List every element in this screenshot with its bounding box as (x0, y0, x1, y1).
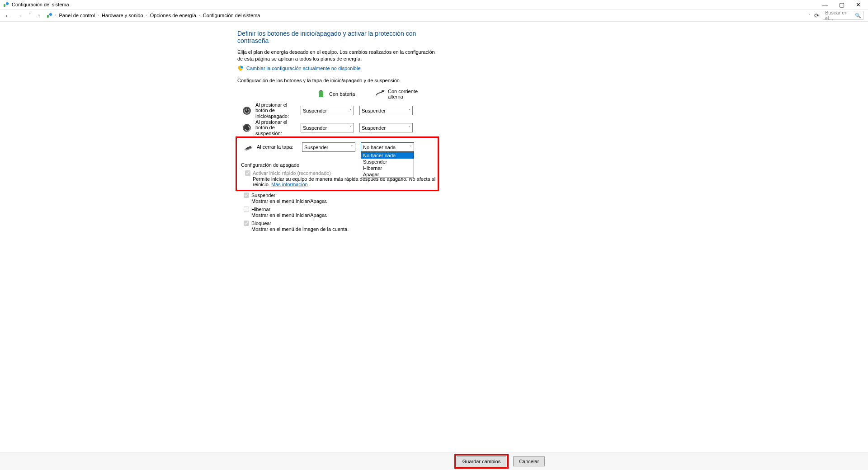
power-button-battery-select[interactable]: Suspender ˅ (301, 106, 354, 115)
svg-rect-4 (320, 90, 322, 91)
back-button[interactable]: ← (5, 12, 10, 19)
chevron-down-icon: ˅ (408, 126, 410, 130)
forward-button[interactable]: → (17, 12, 23, 19)
admin-link[interactable]: Cambiar la configuración actualmente no … (246, 66, 361, 71)
breadcrumb-icon (46, 12, 52, 19)
titlebar: Configuración del sistema — ▢ ✕ (0, 0, 868, 9)
dropdown-option-nothing[interactable]: No hacer nada (361, 152, 414, 159)
sleep-button-row: Al presionar el botón de suspensión: Sus… (237, 119, 436, 136)
lid-plugged-select[interactable]: No hacer nada ˅ No hacer nada Suspender … (361, 142, 414, 152)
fast-startup-checkbox[interactable] (245, 170, 250, 176)
search-input[interactable]: Buscar en el... 🔍 (823, 11, 863, 20)
chevron-right-icon: › (199, 13, 200, 18)
search-placeholder: Buscar en el... (825, 10, 855, 21)
lid-close-row: Al cerrar la tapa: Suspender ˅ No hacer … (239, 140, 436, 155)
svg-rect-6 (382, 90, 384, 92)
power-button-icon (242, 106, 252, 116)
search-icon: 🔍 (855, 13, 861, 19)
page-description: Elija el plan de energía deseado en el e… (237, 49, 436, 62)
breadcrumb-item-0[interactable]: Panel de control (59, 13, 95, 18)
page-heading: Definir los botones de inicio/apagado y … (237, 30, 436, 44)
dropdown-option-suspend[interactable]: Suspender (361, 159, 414, 165)
chevron-right-icon: › (55, 13, 57, 18)
content-area: Definir los botones de inicio/apagado y … (0, 22, 868, 452)
suspend-label: Suspender (251, 193, 275, 198)
dropdown-option-hibernate[interactable]: Hibernar (361, 165, 414, 171)
sleep-button-icon (242, 123, 252, 133)
suspend-desc: Mostrar en el menú Iniciar/Apagar. (251, 198, 436, 204)
nav-arrows: ← → ˅ ↑ (5, 12, 41, 19)
address-dropdown[interactable]: ˅ (808, 13, 811, 18)
plug-icon (375, 89, 385, 99)
shield-icon (237, 65, 244, 71)
svg-rect-5 (319, 91, 323, 97)
svg-point-3 (49, 13, 52, 16)
hibernate-label: Hibernar (251, 207, 270, 212)
power-settings-table: Con batería Con corriente alterna Al pre… (237, 86, 436, 232)
dropdown-option-shutdown[interactable]: Apagar (361, 171, 414, 178)
admin-link-row: Cambiar la configuración actualmente no … (237, 65, 436, 71)
power-button-plugged-select[interactable]: Suspender ˅ (359, 106, 413, 115)
window-title: Configuración del sistema (12, 2, 69, 7)
laptop-lid-icon (243, 142, 253, 152)
chevron-down-icon: ˅ (408, 108, 410, 113)
sleep-button-battery-select[interactable]: Suspender ˅ (301, 123, 354, 132)
lid-battery-select[interactable]: Suspender ˅ (302, 142, 355, 152)
battery-column-header: Con batería (316, 89, 371, 99)
svg-rect-2 (47, 15, 49, 18)
window-controls: — ▢ ✕ (822, 1, 865, 8)
sleep-button-plugged-select[interactable]: Suspender ˅ (359, 123, 413, 132)
up-button[interactable]: ↑ (38, 12, 41, 19)
breadcrumb: › Panel de control › Hardware y sonido ›… (46, 12, 260, 19)
fast-startup-label: Activar inicio rápido (recomendado) (253, 170, 331, 176)
plugged-column-header: Con corriente alterna (375, 89, 429, 99)
chevron-down-icon: ˅ (349, 126, 352, 130)
lock-label: Bloquear (251, 221, 271, 226)
svg-point-10 (244, 125, 250, 131)
lid-plugged-dropdown: No hacer nada Suspender Hibernar Apagar (361, 152, 414, 178)
maximize-button[interactable]: ▢ (839, 1, 844, 8)
highlight-lid-row: Al cerrar la tapa: Suspender ˅ No hacer … (236, 136, 439, 191)
minimize-button[interactable]: — (822, 1, 828, 8)
lock-desc: Mostrar en el menú de imagen de la cuent… (251, 226, 436, 232)
recent-dropdown[interactable]: ˅ (29, 13, 31, 18)
chevron-right-icon: › (98, 13, 99, 18)
breadcrumb-item-1[interactable]: Hardware y sonido (102, 13, 143, 18)
hibernate-checkbox[interactable] (244, 207, 249, 212)
chevron-right-icon: › (146, 13, 147, 18)
breadcrumb-item-2[interactable]: Opciones de energía (150, 13, 196, 18)
svg-point-1 (6, 2, 9, 5)
app-icon (3, 1, 9, 8)
navbar: ← → ˅ ↑ › Panel de control › Hardware y … (0, 9, 868, 22)
lock-checkbox[interactable] (244, 221, 249, 226)
chevron-down-icon: ˅ (410, 145, 412, 150)
more-info-link[interactable]: Más información (271, 182, 308, 187)
chevron-down-icon: ˅ (351, 145, 353, 150)
chevron-down-icon: ˅ (349, 108, 352, 113)
buttons-section-label: Configuración de los botones y la tapa d… (237, 78, 436, 83)
close-button[interactable]: ✕ (856, 1, 861, 8)
refresh-button[interactable]: ⟳ (814, 12, 819, 19)
breadcrumb-item-3[interactable]: Configuración del sistema (203, 13, 260, 18)
power-button-row: Al presionar el botón de inicio/apagado:… (237, 102, 436, 119)
battery-icon (316, 89, 326, 99)
svg-rect-0 (4, 4, 5, 7)
suspend-checkbox[interactable] (244, 193, 249, 198)
hibernate-desc: Mostrar en el menú Iniciar/Apagar. (251, 212, 436, 218)
